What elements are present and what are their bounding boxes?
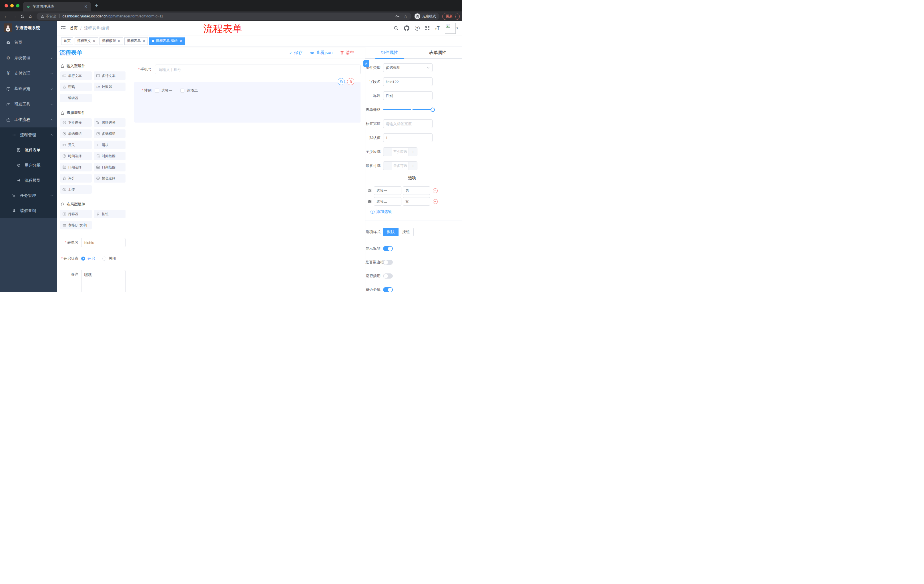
drag-handle-icon[interactable]	[368, 199, 372, 204]
decrease-button[interactable]: −	[383, 148, 392, 156]
new-tab-button[interactable]: +	[91, 3, 102, 9]
component-chip-row-container[interactable]: 行容器	[60, 210, 92, 218]
fullscreen-icon[interactable]	[425, 26, 430, 31]
component-chip-slider[interactable]: 滑块	[94, 141, 125, 149]
github-icon[interactable]	[404, 25, 409, 31]
sidebar-item-payment[interactable]: ¥ 支付管理	[0, 66, 57, 81]
sidebar-item-user-groups[interactable]: 用户分组	[0, 158, 57, 173]
label-width-input[interactable]	[383, 119, 432, 128]
sidebar-item-infrastructure[interactable]: 基础设施	[0, 81, 57, 97]
sidebar-item-process-management[interactable]: 流程管理	[0, 127, 57, 143]
component-chip-time-range[interactable]: 时间范围	[94, 152, 125, 160]
disabled-toggle[interactable]	[383, 273, 393, 278]
sidebar-collapse-icon[interactable]	[61, 26, 66, 31]
tag-process-model[interactable]: 流程模型✕	[99, 38, 123, 45]
duplicate-component-button[interactable]	[338, 78, 345, 85]
component-chip-upload[interactable]: 上传	[60, 185, 92, 194]
component-chip-multi-line-text[interactable]: 多行文本	[94, 71, 125, 80]
max-select-input[interactable]	[392, 162, 409, 170]
search-icon[interactable]	[394, 26, 399, 31]
sidebar-item-workflow[interactable]: 工作流程	[0, 112, 57, 127]
view-json-button[interactable]: 查看json	[310, 50, 332, 56]
option-1-label-input[interactable]	[374, 186, 401, 195]
sidebar-item-system[interactable]: ⚙ 系统管理	[0, 50, 57, 66]
tab-component-props[interactable]: 组件属性	[365, 47, 414, 59]
minimize-window-button[interactable]	[10, 4, 14, 7]
avatar[interactable]: ▾	[445, 23, 458, 34]
option-2-label-input[interactable]	[374, 197, 401, 206]
close-icon[interactable]: ✕	[117, 39, 120, 43]
link-drawer-handle[interactable]	[363, 60, 369, 67]
canvas-field-phone[interactable]: *手机号	[134, 64, 361, 74]
component-chip-cascader[interactable]: 级联选择	[94, 118, 125, 127]
show-label-toggle[interactable]	[383, 246, 393, 251]
form-name-input[interactable]	[81, 238, 125, 247]
sidebar-item-task-management[interactable]: 任务管理	[0, 188, 57, 203]
component-chip-select[interactable]: 下拉选择	[60, 118, 92, 127]
reload-icon[interactable]	[18, 12, 26, 20]
clear-button[interactable]: 清空	[340, 50, 354, 56]
forward-icon[interactable]: →	[10, 12, 18, 20]
option-1-value-input[interactable]	[403, 186, 430, 195]
component-chip-time-picker[interactable]: 时间选择	[60, 152, 92, 160]
tag-process-definition[interactable]: 流程定义✕	[74, 38, 98, 45]
delete-component-button[interactable]	[347, 78, 354, 85]
status-off-radio[interactable]: 关闭	[102, 256, 116, 261]
component-chip-radio-group[interactable]: 单选框组	[60, 130, 92, 138]
component-chip-color-picker[interactable]: 颜色选择	[94, 174, 125, 183]
component-chip-rate[interactable]: 评分	[60, 174, 92, 183]
field-name-input[interactable]	[383, 77, 432, 86]
border-toggle[interactable]	[383, 260, 393, 265]
browser-menu-icon[interactable]	[455, 15, 456, 18]
bookmark-star-icon[interactable]: ☆	[404, 14, 408, 18]
close-window-button[interactable]	[5, 4, 8, 7]
component-chip-checkbox-group[interactable]: 多选框组	[94, 130, 125, 138]
save-button[interactable]: ✓ 保存	[289, 50, 303, 56]
component-chip-table[interactable]: 表格[开发中]	[60, 221, 92, 229]
back-icon[interactable]: ←	[2, 12, 10, 20]
zoom-window-button[interactable]	[16, 4, 20, 7]
tab-close-icon[interactable]: ✕	[84, 4, 87, 9]
close-icon[interactable]: ✕	[179, 39, 182, 43]
form-canvas[interactable]: *手机号	[129, 59, 365, 292]
tag-home[interactable]: 首页	[61, 38, 73, 45]
browser-update-button[interactable]: 更新	[442, 13, 460, 20]
gender-option-1-checkbox[interactable]: 选项一	[155, 88, 172, 93]
address-bar[interactable]: 不安全 dashboard.yudao.iocoder.cn/bpm/manag…	[36, 13, 411, 20]
component-chip-date-range[interactable]: 日期范围	[94, 163, 125, 171]
home-icon[interactable]: ⌂	[26, 12, 34, 20]
component-chip-editor[interactable]: 编辑器	[60, 94, 92, 102]
component-chip-counter[interactable]: 123 计数器	[94, 82, 125, 91]
sidebar-item-leave-query[interactable]: 请假查询	[0, 203, 57, 218]
style-default-button[interactable]: 默认	[383, 228, 399, 236]
passwords-key-icon[interactable]	[395, 14, 400, 18]
increase-button[interactable]: +	[409, 162, 417, 170]
remove-option-button[interactable]: −	[433, 188, 438, 193]
help-icon[interactable]: ?	[415, 26, 420, 31]
browser-tab[interactable]: 芋道管理系统 ✕	[23, 2, 91, 12]
component-chip-switch[interactable]: 开关	[60, 141, 92, 149]
default-value-input[interactable]	[383, 133, 432, 142]
sidebar-item-home[interactable]: 首页	[0, 35, 57, 50]
required-toggle[interactable]	[383, 287, 393, 292]
font-size-icon[interactable]: TT	[435, 26, 440, 31]
gender-option-2-checkbox[interactable]: 选项二	[180, 88, 198, 93]
decrease-button[interactable]: −	[383, 162, 392, 170]
sidebar-item-process-model[interactable]: 流程模型	[0, 173, 57, 188]
sidebar-item-process-form[interactable]: 流程表单	[0, 143, 57, 158]
tab-form-props[interactable]: 表单属性	[414, 47, 462, 59]
form-remark-textarea[interactable]: 嘿嘿	[81, 270, 125, 292]
component-type-select[interactable]: 多选框组	[383, 63, 432, 72]
component-chip-date-picker[interactable]: 日期选择	[60, 163, 92, 171]
style-button-button[interactable]: 按钮	[399, 228, 414, 236]
security-warning[interactable]: 不安全	[41, 14, 57, 19]
add-option-button[interactable]: + 添加选项	[365, 209, 462, 214]
form-grid-slider[interactable]	[383, 105, 432, 114]
close-icon[interactable]: ✕	[142, 39, 145, 43]
component-chip-password[interactable]: 密码	[60, 82, 92, 91]
component-chip-button[interactable]: 按钮	[94, 210, 125, 218]
canvas-field-gender-selected[interactable]: *性别 选项一 选项二	[134, 82, 361, 123]
breadcrumb-home[interactable]: 首页	[70, 26, 78, 31]
increase-button[interactable]: +	[409, 148, 417, 156]
slider-thumb[interactable]	[431, 108, 435, 112]
